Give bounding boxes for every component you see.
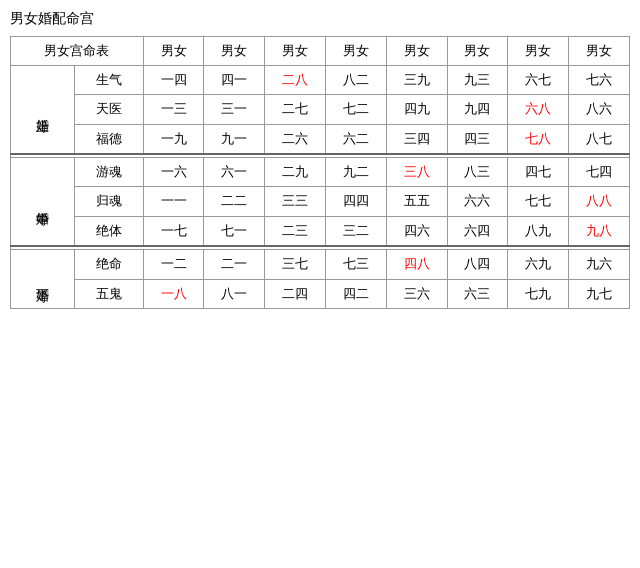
data-cell: 一三 bbox=[143, 95, 204, 124]
table-header-label: 男女宫命表 bbox=[11, 37, 144, 66]
data-cell: 五五 bbox=[386, 187, 447, 216]
data-cell: 六三 bbox=[447, 279, 508, 308]
sub-label: 生气 bbox=[75, 66, 143, 95]
col-header-7: 男女 bbox=[569, 37, 630, 66]
data-cell: 二九 bbox=[265, 158, 326, 187]
col-header-6: 男女 bbox=[508, 37, 569, 66]
table-row: 绝体一七七一二三三二四六六四八九九八 bbox=[11, 216, 630, 246]
data-cell: 一二 bbox=[143, 250, 204, 279]
sub-label: 绝体 bbox=[75, 216, 143, 246]
data-cell: 二四 bbox=[265, 279, 326, 308]
table-row: 上等婚生气一四四一二八八二三九九三六七七六 bbox=[11, 66, 630, 95]
data-cell: 六四 bbox=[447, 216, 508, 246]
data-cell: 一九 bbox=[143, 124, 204, 154]
data-cell: 八七 bbox=[569, 124, 630, 154]
data-cell: 四八 bbox=[386, 250, 447, 279]
data-cell: 六八 bbox=[508, 95, 569, 124]
data-cell: 二七 bbox=[265, 95, 326, 124]
data-cell: 四九 bbox=[386, 95, 447, 124]
data-cell: 九七 bbox=[569, 279, 630, 308]
col-header-5: 男女 bbox=[447, 37, 508, 66]
data-cell: 八九 bbox=[508, 216, 569, 246]
data-cell: 二六 bbox=[265, 124, 326, 154]
data-cell: 七七 bbox=[508, 187, 569, 216]
data-cell: 一七 bbox=[143, 216, 204, 246]
data-cell: 六六 bbox=[447, 187, 508, 216]
table-row: 归魂一一二二三三四四五五六六七七八八 bbox=[11, 187, 630, 216]
data-cell: 九四 bbox=[447, 95, 508, 124]
data-cell: 六二 bbox=[325, 124, 386, 154]
data-cell: 九二 bbox=[325, 158, 386, 187]
data-cell: 三一 bbox=[204, 95, 265, 124]
data-cell: 二八 bbox=[265, 66, 326, 95]
col-header-4: 男女 bbox=[386, 37, 447, 66]
data-cell: 八三 bbox=[447, 158, 508, 187]
data-cell: 三九 bbox=[386, 66, 447, 95]
data-cell: 四一 bbox=[204, 66, 265, 95]
table-row: 福德一九九一二六六二三四四三七八八七 bbox=[11, 124, 630, 154]
data-cell: 一四 bbox=[143, 66, 204, 95]
group-label: 中等婚 bbox=[11, 158, 75, 246]
data-cell: 四四 bbox=[325, 187, 386, 216]
data-cell: 八八 bbox=[569, 187, 630, 216]
data-cell: 七三 bbox=[325, 250, 386, 279]
data-cell: 二二 bbox=[204, 187, 265, 216]
data-cell: 四六 bbox=[386, 216, 447, 246]
data-cell: 四七 bbox=[508, 158, 569, 187]
data-cell: 一八 bbox=[143, 279, 204, 308]
data-cell: 三四 bbox=[386, 124, 447, 154]
col-header-0: 男女 bbox=[143, 37, 204, 66]
data-cell: 八一 bbox=[204, 279, 265, 308]
data-cell: 三七 bbox=[265, 250, 326, 279]
data-cell: 九三 bbox=[447, 66, 508, 95]
data-cell: 四二 bbox=[325, 279, 386, 308]
group-label: 上等婚 bbox=[11, 66, 75, 154]
group-label: 下等婚 bbox=[11, 250, 75, 308]
sub-label: 游魂 bbox=[75, 158, 143, 187]
table-row: 中等婚游魂一六六一二九九二三八八三四七七四 bbox=[11, 158, 630, 187]
data-cell: 九一 bbox=[204, 124, 265, 154]
col-header-3: 男女 bbox=[325, 37, 386, 66]
data-cell: 八六 bbox=[569, 95, 630, 124]
table-row: 天医一三三一二七七二四九九四六八八六 bbox=[11, 95, 630, 124]
data-cell: 七四 bbox=[569, 158, 630, 187]
col-header-1: 男女 bbox=[204, 37, 265, 66]
data-cell: 六九 bbox=[508, 250, 569, 279]
data-cell: 七一 bbox=[204, 216, 265, 246]
data-cell: 一六 bbox=[143, 158, 204, 187]
data-cell: 七六 bbox=[569, 66, 630, 95]
data-cell: 八四 bbox=[447, 250, 508, 279]
data-cell: 二一 bbox=[204, 250, 265, 279]
data-cell: 三六 bbox=[386, 279, 447, 308]
data-cell: 七二 bbox=[325, 95, 386, 124]
sub-label: 绝命 bbox=[75, 250, 143, 279]
data-cell: 一一 bbox=[143, 187, 204, 216]
data-cell: 九六 bbox=[569, 250, 630, 279]
data-cell: 八二 bbox=[325, 66, 386, 95]
data-cell: 九八 bbox=[569, 216, 630, 246]
data-cell: 三三 bbox=[265, 187, 326, 216]
sub-label: 天医 bbox=[75, 95, 143, 124]
data-cell: 四三 bbox=[447, 124, 508, 154]
data-cell: 三二 bbox=[325, 216, 386, 246]
sub-label: 五鬼 bbox=[75, 279, 143, 308]
data-cell: 七九 bbox=[508, 279, 569, 308]
col-header-2: 男女 bbox=[265, 37, 326, 66]
table-row: 下等婚绝命一二二一三七七三四八八四六九九六 bbox=[11, 250, 630, 279]
data-cell: 七八 bbox=[508, 124, 569, 154]
data-cell: 六七 bbox=[508, 66, 569, 95]
table-row: 五鬼一八八一二四四二三六六三七九九七 bbox=[11, 279, 630, 308]
page-title: 男女婚配命宫 bbox=[10, 10, 630, 28]
main-table: 男女宫命表 男女男女男女男女男女男女男女男女 上等婚生气一四四一二八八二三九九三… bbox=[10, 36, 630, 309]
data-cell: 六一 bbox=[204, 158, 265, 187]
data-cell: 二三 bbox=[265, 216, 326, 246]
sub-label: 归魂 bbox=[75, 187, 143, 216]
data-cell: 三八 bbox=[386, 158, 447, 187]
sub-label: 福德 bbox=[75, 124, 143, 154]
